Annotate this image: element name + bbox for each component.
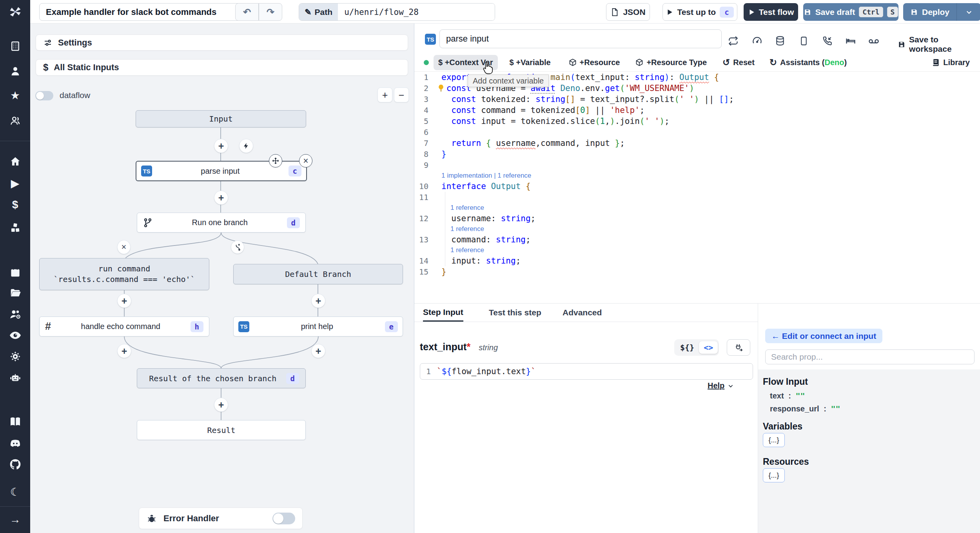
folders-icon[interactable] xyxy=(0,284,30,302)
workspace-icon[interactable] xyxy=(0,37,30,55)
chevron-down-icon xyxy=(965,9,973,16)
dark-mode-moon-icon[interactable]: ☾ xyxy=(0,483,30,500)
json-button[interactable]: JSON xyxy=(606,3,650,21)
runs-icon[interactable]: ▶ xyxy=(0,175,30,192)
save-icon xyxy=(804,8,811,16)
left-sidebar: ★ ▶ $ ☾ → xyxy=(0,0,30,533)
tab-step-input[interactable]: Step Input xyxy=(423,304,463,322)
assistants-button[interactable]: ↻Assistants (Deno) xyxy=(765,54,851,71)
prop-row-response-url[interactable]: response_url : "" xyxy=(770,404,840,413)
deploy-split-button: Deploy xyxy=(903,3,980,21)
redo-button[interactable]: ↷ xyxy=(259,3,282,21)
path-input[interactable]: u/henri/flow_28 xyxy=(338,4,495,20)
flow-node-result[interactable]: Result xyxy=(137,420,306,440)
plug-arrow-icon xyxy=(734,343,743,352)
add-step-button[interactable]: + xyxy=(311,294,325,308)
flow-node-run-one-branch[interactable]: Run one branch d xyxy=(137,213,306,233)
expression-editor[interactable]: 1 `${flow_input.text}` xyxy=(420,363,753,380)
home-icon[interactable] xyxy=(0,153,30,170)
delete-step-button[interactable]: × xyxy=(299,154,312,167)
help-link[interactable]: Help xyxy=(708,381,734,390)
docs-book-icon[interactable] xyxy=(0,413,30,430)
reset-button[interactable]: ↺Reset xyxy=(718,54,759,71)
database-icon[interactable] xyxy=(772,33,788,49)
flow-node-run-command-branch[interactable]: run command `results.c.command === 'echo… xyxy=(39,258,209,290)
voicemail-icon[interactable] xyxy=(866,33,882,49)
remove-branch-button[interactable]: × xyxy=(117,240,131,254)
add-step-button[interactable]: + xyxy=(214,191,228,205)
add-step-button[interactable]: + xyxy=(117,294,131,308)
expand-sidebar-arrow-icon[interactable]: → xyxy=(0,511,30,528)
kbd-s: S xyxy=(887,7,898,17)
connect-input-panel: ← Edit or connect an input Search prop..… xyxy=(758,303,980,533)
add-step-button[interactable]: + xyxy=(311,344,325,358)
flow-node-input[interactable]: Input xyxy=(136,110,306,127)
typescript-badge: TS xyxy=(238,321,249,332)
code-editor-panel: TS parse input Save to workspace $ +Cont… xyxy=(414,24,980,303)
favorites-star-icon[interactable]: ★ xyxy=(0,87,30,104)
play-icon xyxy=(666,9,673,16)
flow-node-handle-echo-command[interactable]: # handle echo command h xyxy=(39,317,209,337)
variables-icon[interactable]: $ xyxy=(0,196,30,213)
user-icon[interactable] xyxy=(0,62,30,80)
resources-expand-button[interactable]: {...} xyxy=(763,468,785,482)
bed-icon[interactable] xyxy=(843,33,858,49)
trigger-bolt-button[interactable] xyxy=(239,139,253,153)
step-id-chip: c xyxy=(720,7,733,18)
deploy-dropdown-button[interactable] xyxy=(956,3,980,21)
windmill-logo-icon[interactable] xyxy=(0,3,30,20)
workers-icon[interactable] xyxy=(0,306,30,323)
settings-gear-icon[interactable] xyxy=(0,348,30,365)
audit-eye-icon[interactable] xyxy=(0,327,30,344)
library-button[interactable]: Library xyxy=(927,55,975,70)
path-label[interactable]: ✎Path xyxy=(299,4,338,20)
repeat-icon[interactable] xyxy=(725,33,741,49)
add-step-button[interactable]: + xyxy=(214,139,228,153)
add-branch-button[interactable] xyxy=(231,240,244,254)
step-name-input[interactable]: parse input xyxy=(439,29,722,48)
variables-title: Variables xyxy=(763,421,802,432)
save-to-workspace-button[interactable]: Save to workspace xyxy=(898,35,980,54)
ai-robot-icon[interactable] xyxy=(0,369,30,386)
discord-icon[interactable] xyxy=(0,435,30,452)
test-flow-button[interactable]: Test flow xyxy=(744,3,798,21)
pencil-icon: ✎ xyxy=(305,7,312,17)
flow-title-input[interactable]: Example handler for slack bot commands xyxy=(39,3,257,21)
flow-node-print-help[interactable]: TS print help e xyxy=(233,317,403,337)
step-id-badge: h xyxy=(191,321,203,332)
smartphone-icon[interactable] xyxy=(796,33,811,49)
add-step-button[interactable]: + xyxy=(117,344,131,358)
save-draft-button[interactable]: Save draft Ctrl S xyxy=(803,3,898,21)
input-mode-toggle: ${} <> xyxy=(674,339,719,356)
quickfix-lightbulb-icon[interactable] xyxy=(437,84,445,93)
deploy-button[interactable]: Deploy xyxy=(903,3,956,21)
mouse-cursor-icon xyxy=(482,61,494,75)
undo-button[interactable]: ↶ xyxy=(235,3,259,21)
schedules-calendar-icon[interactable] xyxy=(0,264,30,281)
phone-incoming-icon[interactable] xyxy=(820,33,835,49)
add-step-button[interactable]: + xyxy=(214,398,228,412)
tab-test-this-step[interactable]: Test this step xyxy=(489,304,541,322)
edit-or-connect-back-button[interactable]: ← Edit or connect an input xyxy=(765,329,882,343)
search-prop-input[interactable]: Search prop... xyxy=(765,349,975,364)
play-icon xyxy=(748,9,755,16)
gauge-icon[interactable] xyxy=(749,33,765,49)
github-icon[interactable] xyxy=(0,456,30,473)
groups-icon[interactable] xyxy=(0,112,30,129)
move-step-button[interactable] xyxy=(269,154,282,167)
variables-expand-button[interactable]: {...} xyxy=(763,433,785,447)
flow-node-default-branch[interactable]: Default Branch xyxy=(233,264,403,284)
tab-advanced[interactable]: Advanced xyxy=(563,304,602,322)
add-resource-button[interactable]: +Resource xyxy=(564,55,625,70)
template-mode-button[interactable]: ${} xyxy=(675,341,699,354)
add-resource-type-button[interactable]: +Resource Type xyxy=(631,55,711,70)
add-variable-button[interactable]: $ +Variable xyxy=(505,55,555,70)
code-mode-button[interactable]: <> xyxy=(699,341,718,354)
code-area[interactable]: 1export async function main(text_input: … xyxy=(414,72,980,277)
connect-input-button[interactable] xyxy=(727,339,750,356)
prop-row-text[interactable]: text : "" xyxy=(770,391,805,400)
resources-icon[interactable] xyxy=(0,219,30,236)
test-up-to-button[interactable]: Test up to c xyxy=(662,3,737,21)
refresh-icon: ↻ xyxy=(769,57,777,68)
flow-node-branch-result[interactable]: Result of the chosen branch d xyxy=(137,368,306,388)
